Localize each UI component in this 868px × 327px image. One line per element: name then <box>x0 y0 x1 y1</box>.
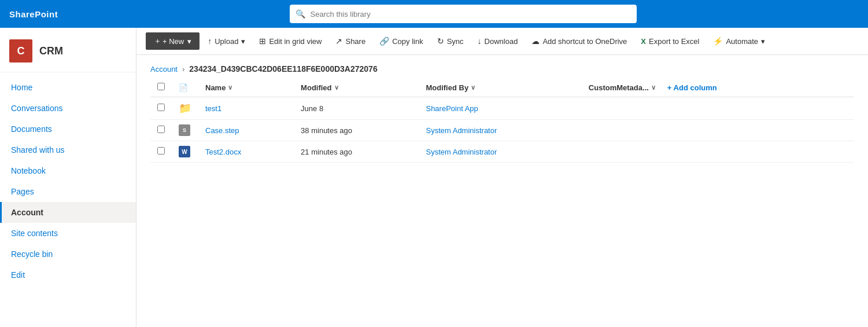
file-list: 📄 Name ∨ Modified ∨ <box>136 78 868 327</box>
sidebar-item-notebook[interactable]: Notebook <box>0 160 136 181</box>
download-icon: ↓ <box>478 36 482 46</box>
share-button[interactable]: ↗ Share <box>330 33 371 49</box>
breadcrumb-separator: › <box>182 65 184 74</box>
row-icon-cell: 📁 <box>172 97 198 120</box>
table-row: S Case.step 38 minutes ago System Admini… <box>150 120 854 141</box>
row-name-cell: Test2.docx <box>198 141 294 163</box>
grid-icon: ⊞ <box>259 36 266 46</box>
copy-link-button[interactable]: 🔗 Copy link <box>374 33 429 49</box>
share-icon: ↗ <box>335 36 342 46</box>
sidebar-item-site-contents[interactable]: Site contents <box>0 223 136 244</box>
sync-button[interactable]: ↻ Sync <box>431 33 470 49</box>
row-custom-metadata-cell <box>582 141 854 163</box>
breadcrumb-current: 234234_D439CBC42D06EE118F6E000D3A272076 <box>189 64 377 74</box>
row-checkbox[interactable] <box>157 126 165 133</box>
site-name: CRM <box>39 45 63 57</box>
upload-button[interactable]: ↑ Upload ▾ <box>202 33 251 49</box>
modified-by-value[interactable]: System Administrator <box>426 148 497 156</box>
search-container: 🔍 <box>290 5 637 23</box>
row-modified-by-cell: SharePoint App <box>419 97 581 120</box>
plus-icon: ＋ <box>154 36 161 46</box>
breadcrumb-parent[interactable]: Account <box>150 65 178 74</box>
automate-chevron-icon: ▾ <box>761 37 765 46</box>
file-type-icon-header: 📄 <box>179 83 188 92</box>
file-name-link[interactable]: Case.step <box>205 126 239 135</box>
row-modified-cell: 21 minutes ago <box>294 141 419 163</box>
sidebar-item-pages[interactable]: Pages <box>0 181 136 202</box>
row-name-cell: test1 <box>198 97 294 120</box>
modified-by-sort-icon: ∨ <box>471 84 475 91</box>
row-modified-cell: June 8 <box>294 97 419 120</box>
chevron-down-icon: ▾ <box>187 37 191 46</box>
row-modified-by-cell: System Administrator <box>419 120 581 141</box>
brand-logo: SharePoint <box>9 9 58 19</box>
topbar: SharePoint 🔍 <box>0 0 868 28</box>
modified-sort-icon: ∨ <box>334 84 339 91</box>
col-checkbox[interactable] <box>150 78 172 97</box>
sidebar-item-documents[interactable]: Documents <box>0 119 136 139</box>
file-name-link[interactable]: Test2.docx <box>205 148 241 156</box>
col-custom-metadata-header[interactable]: CustomMetada... ∨ + Add column <box>582 78 854 97</box>
new-button[interactable]: ＋ + New ▾ <box>146 32 200 50</box>
modified-by-value[interactable]: System Administrator <box>426 126 497 135</box>
sidebar: C CRM Home Conversations Documents Share… <box>0 28 136 327</box>
excel-icon: X <box>641 37 646 46</box>
link-icon: 🔗 <box>379 36 389 46</box>
sidebar-item-account[interactable]: Account <box>0 202 136 223</box>
row-name-cell: Case.step <box>198 120 294 141</box>
automate-icon: ⚡ <box>713 36 723 46</box>
table-row: W Test2.docx 21 minutes ago System Admin… <box>150 141 854 163</box>
sidebar-item-recycle-bin[interactable]: Recycle bin <box>0 244 136 264</box>
sidebar-item-home[interactable]: Home <box>0 77 136 98</box>
toolbar: ＋ + New ▾ ↑ Upload ▾ ⊞ Edit in grid view… <box>136 28 868 55</box>
main-content: ＋ + New ▾ ↑ Upload ▾ ⊞ Edit in grid view… <box>136 28 868 327</box>
folder-icon: 📁 <box>179 102 191 114</box>
add-column-button[interactable]: + Add column <box>667 83 717 92</box>
row-modified-cell: 38 minutes ago <box>294 120 419 141</box>
add-shortcut-button[interactable]: ☁ Add shortcut to OneDrive <box>526 33 633 49</box>
upload-icon: ↑ <box>208 36 212 46</box>
table-header-row: 📄 Name ∨ Modified ∨ <box>150 78 854 97</box>
search-icon: 🔍 <box>296 9 305 19</box>
file-table: 📄 Name ∨ Modified ∨ <box>150 78 854 163</box>
custom-metadata-sort-icon: ∨ <box>651 84 656 91</box>
edit-grid-button[interactable]: ⊞ Edit in grid view <box>253 33 327 49</box>
table-row: 📁 test1 June 8 SharePoint App <box>150 97 854 120</box>
row-custom-metadata-cell <box>582 120 854 141</box>
word-file-icon: W <box>179 146 190 157</box>
step-file-icon: S <box>179 124 190 136</box>
site-header: C CRM <box>0 32 136 72</box>
modified-by-value[interactable]: SharePoint App <box>426 104 478 113</box>
sidebar-item-edit[interactable]: Edit <box>0 264 136 285</box>
row-icon-cell: W <box>172 141 198 163</box>
row-modified-by-cell: System Administrator <box>419 141 581 163</box>
breadcrumb: Account › 234234_D439CBC42D06EE118F6E000… <box>136 55 868 78</box>
upload-chevron-icon: ▾ <box>241 37 245 46</box>
row-checkbox[interactable] <box>157 104 165 111</box>
col-icon-header: 📄 <box>172 78 198 97</box>
row-checkbox-cell[interactable] <box>150 120 172 141</box>
sidebar-item-shared-with-us[interactable]: Shared with us <box>0 139 136 160</box>
select-all-checkbox[interactable] <box>157 83 165 90</box>
row-checkbox[interactable] <box>157 147 165 155</box>
nav-list: Home Conversations Documents Shared with… <box>0 72 136 290</box>
automate-button[interactable]: ⚡ Automate ▾ <box>707 33 771 49</box>
search-input[interactable] <box>290 5 637 23</box>
col-modified-by-header[interactable]: Modified By ∨ <box>419 78 581 97</box>
file-name-link[interactable]: test1 <box>205 104 221 113</box>
download-button[interactable]: ↓ Download <box>472 33 524 49</box>
row-checkbox-cell[interactable] <box>150 97 172 120</box>
site-logo: C <box>9 39 32 63</box>
col-modified-header[interactable]: Modified ∨ <box>294 78 419 97</box>
row-checkbox-cell[interactable] <box>150 141 172 163</box>
sidebar-item-conversations[interactable]: Conversations <box>0 98 136 119</box>
onedrive-icon: ☁ <box>531 36 540 46</box>
name-sort-icon: ∨ <box>228 84 232 91</box>
export-excel-button[interactable]: X Export to Excel <box>635 34 705 49</box>
row-icon-cell: S <box>172 120 198 141</box>
row-custom-metadata-cell <box>582 97 854 120</box>
sync-icon: ↻ <box>437 36 444 46</box>
col-name-header[interactable]: Name ∨ <box>198 78 294 97</box>
layout: C CRM Home Conversations Documents Share… <box>0 28 868 327</box>
